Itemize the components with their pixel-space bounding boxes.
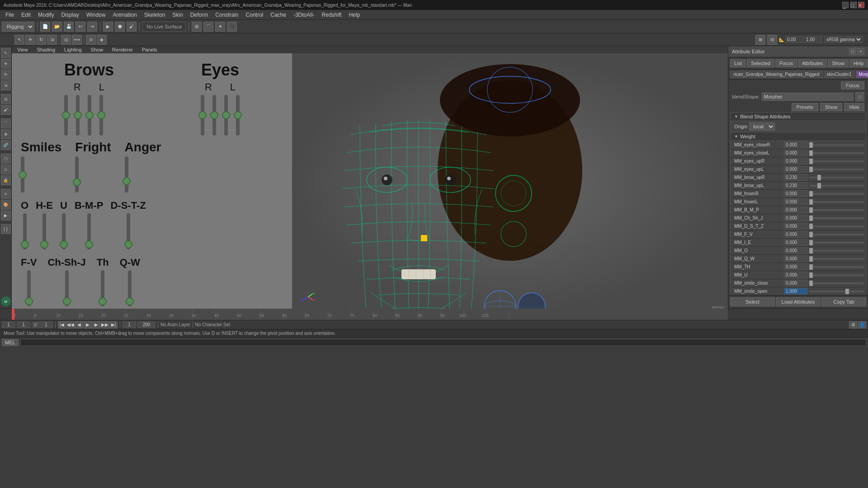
go-end-btn[interactable]: ▶| xyxy=(109,321,118,328)
save-btn[interactable]: 💾 xyxy=(64,22,74,32)
rotate-tool[interactable]: ↻ xyxy=(36,35,46,45)
weight-slider-5[interactable] xyxy=(809,185,864,187)
soft-select-btn[interactable]: ◎ xyxy=(61,35,71,45)
weight-input-12[interactable] xyxy=(784,239,807,246)
attr-close-btn[interactable]: × xyxy=(857,48,864,55)
weight-thumb-10[interactable] xyxy=(809,224,813,229)
new-btn[interactable]: 📄 xyxy=(40,22,50,32)
live-surface-btn[interactable]: No Live Surface xyxy=(142,22,186,32)
weight-input-13[interactable] xyxy=(784,247,807,254)
dstz-slider[interactable] xyxy=(110,213,146,249)
range-end-field[interactable] xyxy=(137,321,156,328)
weight-input-17[interactable] xyxy=(784,280,807,286)
attr-float-btn[interactable]: ⬡ xyxy=(849,48,856,55)
tab-show[interactable]: Show xyxy=(87,46,107,53)
prev-frame-btn[interactable]: ◀ xyxy=(75,321,83,328)
anim-lt[interactable]: ▶ xyxy=(1,211,11,221)
weight-input-11[interactable] xyxy=(784,231,807,238)
move-tool[interactable]: ✛ xyxy=(25,35,35,45)
select-lt[interactable]: ↖ xyxy=(1,48,11,58)
weight-input-18[interactable] xyxy=(784,288,807,295)
attr-node-tab-2[interactable]: Morpher xyxy=(856,70,868,78)
weight-slider-0[interactable] xyxy=(809,144,864,146)
weight-input-7[interactable] xyxy=(784,198,807,205)
weight-thumb-11[interactable] xyxy=(809,232,813,237)
attr-scroll[interactable]: ▼ Blend Shape Attributes Origin local wo… xyxy=(728,112,868,295)
brow-l2-slider[interactable] xyxy=(99,95,103,136)
attr-tab-help[interactable]: Help xyxy=(849,59,868,67)
menu-skin[interactable]: Skin xyxy=(169,11,187,19)
go-start-btn[interactable]: |◀ xyxy=(58,321,66,328)
next-key-btn[interactable]: ▶▶ xyxy=(101,321,109,328)
weight-slider-7[interactable] xyxy=(809,201,864,203)
mel-input[interactable] xyxy=(20,339,866,346)
attr-tab-selected[interactable]: Selected xyxy=(747,59,774,67)
weight-input-8[interactable] xyxy=(784,206,807,213)
weight-input-5[interactable] xyxy=(784,182,807,189)
weight-thumb-1[interactable] xyxy=(809,150,813,156)
open-btn[interactable]: 📂 xyxy=(52,22,62,32)
constraint-lt[interactable]: 🔒 xyxy=(1,175,11,185)
attr-tab-show[interactable]: Show xyxy=(828,59,849,67)
move-lt[interactable]: ✛ xyxy=(1,59,11,69)
script-lt[interactable]: { } xyxy=(1,224,11,234)
snap-point-btn[interactable]: ✦ xyxy=(215,22,225,32)
weight-slider-9[interactable] xyxy=(809,217,864,219)
weight-thumb-17[interactable] xyxy=(809,281,813,286)
menu-edit[interactable]: Edit xyxy=(18,11,34,19)
menu-file[interactable]: File xyxy=(2,11,18,19)
presets-btn[interactable]: Presets xyxy=(792,103,818,111)
weight-input-10[interactable] xyxy=(784,223,807,230)
he-slider[interactable] xyxy=(36,213,53,249)
weight-thumb-8[interactable] xyxy=(809,207,813,213)
coord-input[interactable] xyxy=(785,36,803,43)
blend-shape-section-header[interactable]: ▼ Blend Shape Attributes xyxy=(731,113,866,121)
weight-input-3[interactable] xyxy=(784,166,807,173)
show-btn[interactable]: Show xyxy=(820,103,843,111)
menu-help[interactable]: Help xyxy=(345,11,364,19)
tab-renderer[interactable]: Renderer xyxy=(108,46,137,53)
weight-thumb-12[interactable] xyxy=(809,240,813,245)
weight-input-0[interactable] xyxy=(784,141,807,148)
weight-thumb-0[interactable] xyxy=(809,142,813,148)
lasso-btn[interactable]: ⬟ xyxy=(115,22,125,32)
view-btn2[interactable]: ⊟ xyxy=(767,35,777,45)
gamma-select[interactable]: sRGB gamma xyxy=(824,36,863,43)
snap-live-btn[interactable]: ⊙ xyxy=(86,35,96,45)
mode-dropdown[interactable]: Rigging xyxy=(2,22,34,32)
weight-slider-1[interactable] xyxy=(809,152,864,154)
focus-button[interactable]: Focus xyxy=(841,81,864,89)
bmp-slider[interactable] xyxy=(75,213,104,249)
weight-slider-2[interactable] xyxy=(809,160,864,162)
origin-select[interactable]: local world xyxy=(749,122,775,131)
brow-r2-slider[interactable] xyxy=(76,95,80,136)
weight-slider-8[interactable] xyxy=(809,209,864,211)
weight-slider-4[interactable] xyxy=(809,177,864,178)
attr-tab-list[interactable]: List xyxy=(730,59,746,67)
weight-slider-18[interactable] xyxy=(809,291,864,292)
weight-thumb-15[interactable] xyxy=(809,264,813,270)
menu-window[interactable]: Window xyxy=(83,11,109,19)
joint-lt[interactable]: ⊕ xyxy=(1,129,11,139)
menu-3dtall[interactable]: -3DtoAll- xyxy=(290,11,318,19)
weight-input-14[interactable] xyxy=(784,255,807,262)
snap-grid-btn[interactable]: ⊞ xyxy=(192,22,202,32)
menu-constrain[interactable]: Constrain xyxy=(212,11,242,19)
weight-section-header[interactable]: ▼ Weight xyxy=(731,132,866,141)
eye-r2-slider[interactable] xyxy=(212,95,216,136)
scale-lt[interactable]: ⇲ xyxy=(1,80,11,90)
fv-slider[interactable] xyxy=(21,270,37,306)
fright-slider[interactable] xyxy=(75,156,79,192)
eye-l2-slider[interactable] xyxy=(236,95,240,136)
symmetry-btn[interactable]: ⟺ xyxy=(72,35,82,45)
minimize-btn[interactable]: _ xyxy=(842,2,849,8)
o-slider[interactable] xyxy=(21,213,28,249)
weight-thumb-7[interactable] xyxy=(809,199,813,205)
weight-thumb-13[interactable] xyxy=(809,248,813,253)
attr-node-tab-0[interactable]: rican_Grandpa_Wearing_Pajamas_Rigged xyxy=(730,70,823,78)
weight-input-9[interactable] xyxy=(784,215,807,221)
ik-lt[interactable]: 🔗 xyxy=(1,140,11,150)
render-btn[interactable]: 🎥 xyxy=(227,22,237,32)
paint-btn[interactable]: 🖌 xyxy=(127,22,137,32)
attr-node-tab-1[interactable]: skinCluster1 xyxy=(824,70,855,78)
